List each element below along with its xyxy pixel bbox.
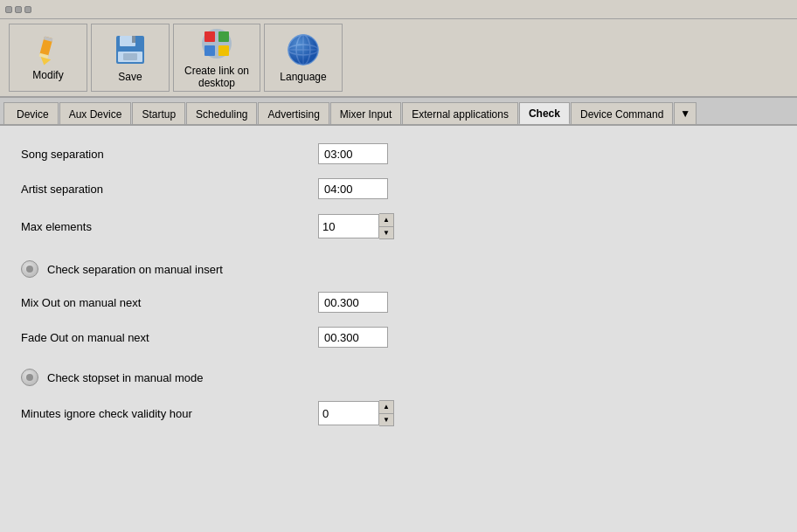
svg-rect-8 [123,53,137,60]
tab-advertising-label: Advertising [267,108,319,121]
tab-scheduling-label: Scheduling [196,108,247,121]
create-link-label: Create link ondesktop [184,65,249,90]
max-elements-increment[interactable]: ▲ [379,214,393,226]
svg-rect-11 [218,31,229,42]
svg-rect-12 [204,45,215,56]
svg-rect-10 [204,31,215,42]
language-button[interactable]: Language [264,24,343,92]
modify-label: Modify [32,69,63,81]
check-stopset-radio[interactable] [21,369,38,386]
radio-inner [26,266,33,273]
tab-aux-device[interactable]: Aux Device [59,102,132,125]
mix-out-row: Mix Out on manual next [21,292,776,313]
max-elements-label: Max elements [21,220,318,233]
language-label: Language [280,71,326,83]
tab-startup-label: Startup [142,108,176,121]
tabs-bar: Device Aux Device Startup Scheduling Adv… [0,98,797,126]
max-elements-row: Max elements ▲ ▼ [21,213,776,239]
modify-button[interactable]: Modify [9,24,87,92]
check-separation-label: Check separation on manual insert [47,263,223,276]
artist-separation-input[interactable] [318,178,388,199]
artist-separation-label: Artist separation [21,183,318,196]
check-stopset-row: Check stopset in manual mode [21,369,776,386]
save-label: Save [118,71,142,83]
title-dot-3 [24,6,31,13]
title-dot-1 [5,6,12,13]
fade-out-input[interactable] [318,327,388,348]
save-button[interactable]: Save [91,24,170,92]
tab-mixer-input-label: Mixer Input [340,108,392,121]
max-elements-decrement[interactable]: ▼ [379,226,393,238]
minutes-ignore-row: Minutes ignore check validity hour ▲ ▼ [21,400,776,426]
pencil-icon [32,34,64,66]
svg-rect-6 [132,36,135,43]
minutes-ignore-input[interactable] [318,401,379,425]
tab-device-command-label: Device Command [580,108,663,121]
toolbar: Modify Save Create link ondesktop [0,19,797,98]
song-separation-input[interactable] [318,143,388,164]
minutes-ignore-decrement[interactable]: ▼ [379,413,393,425]
check-separation-radio[interactable] [21,260,38,278]
mix-out-label: Mix Out on manual next [21,296,318,309]
fade-out-row: Fade Out on manual next [21,327,776,348]
windows-icon [199,26,234,61]
artist-separation-row: Artist separation [21,178,776,199]
check-separation-row: Check separation on manual insert [21,260,776,278]
tab-check[interactable]: Check [519,102,570,125]
globe-icon [286,32,321,67]
song-separation-row: Song separation [21,143,776,164]
svg-marker-2 [39,57,52,66]
tab-external-applications[interactable]: External applications [402,102,518,125]
tab-advertising[interactable]: Advertising [258,102,329,125]
title-dots [5,6,31,13]
mix-out-input[interactable] [318,292,388,313]
create-link-button[interactable]: Create link ondesktop [173,24,260,92]
max-elements-spinbox-buttons: ▲ ▼ [379,213,394,239]
title-dot-2 [15,6,22,13]
main-content: Song separation Artist separation Max el… [0,126,797,532]
tab-check-label: Check [529,107,560,120]
tab-aux-device-label: Aux Device [69,108,122,121]
max-elements-spinbox: ▲ ▼ [318,213,394,239]
tab-more-button[interactable]: ▼ [674,102,697,125]
svg-point-21 [288,35,318,65]
song-separation-label: Song separation [21,148,318,161]
tab-external-applications-label: External applications [412,108,509,121]
floppy-icon [113,32,148,67]
tab-scheduling[interactable]: Scheduling [186,102,257,125]
svg-rect-13 [218,45,229,56]
check-stopset-label: Check stopset in manual mode [47,371,203,384]
tab-device-label: Device [17,108,49,121]
radio-inner-2 [26,374,33,381]
minutes-ignore-spinbox-buttons: ▲ ▼ [379,400,394,426]
max-elements-input[interactable] [318,214,379,238]
minutes-ignore-increment[interactable]: ▲ [379,401,393,413]
minutes-ignore-label: Minutes ignore check validity hour [21,407,318,420]
title-bar [0,0,797,19]
tab-device[interactable]: Device [3,102,59,125]
tab-startup[interactable]: Startup [132,102,185,125]
minutes-ignore-spinbox: ▲ ▼ [318,400,394,426]
tab-device-command[interactable]: Device Command [571,102,673,125]
tab-mixer-input[interactable]: Mixer Input [330,102,401,125]
fade-out-label: Fade Out on manual next [21,331,318,344]
